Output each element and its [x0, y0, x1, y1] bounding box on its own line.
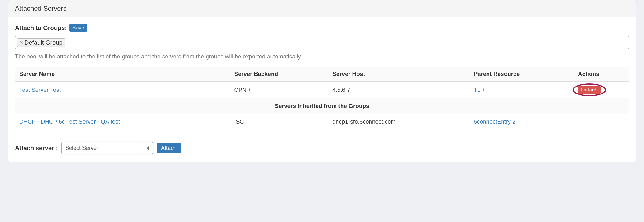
parent-resource-link[interactable]: 6connectEntry 2: [474, 118, 515, 125]
table-header-row: Server Name Server Backend Server Host P…: [15, 67, 629, 82]
server-backend-cell: CPNR: [230, 81, 328, 98]
col-header-host: Server Host: [328, 67, 469, 82]
attach-to-groups-label: Attach to Groups:: [15, 24, 67, 31]
attach-button[interactable]: Attach: [157, 143, 181, 153]
col-header-parent: Parent Resource: [469, 67, 574, 82]
col-header-backend: Server Backend: [230, 67, 328, 82]
server-name-link[interactable]: Test Server Test: [19, 87, 61, 93]
remove-group-icon[interactable]: ✕: [19, 40, 23, 45]
col-header-name: Server Name: [15, 67, 230, 82]
inherited-group-header-row: Servers inherited from the Groups: [15, 98, 629, 114]
server-name-link[interactable]: DHCP - DHCP 6c Test Server - QA test: [19, 118, 120, 125]
server-host-cell: 4.5.6.7: [328, 81, 469, 98]
servers-table: Server Name Server Backend Server Host P…: [15, 67, 629, 129]
save-button[interactable]: Save: [69, 24, 87, 32]
server-select[interactable]: Select Server: [61, 142, 153, 154]
detach-annotation: Detach: [578, 86, 601, 94]
table-row: Test Server Test CPNR 4.5.6.7 TLR Detach: [15, 81, 629, 98]
group-tag-default-group: ✕ Default Group: [17, 38, 65, 47]
groups-help-text: The pool will be attached to the list of…: [15, 53, 629, 60]
server-backend-cell: ISC: [230, 114, 328, 130]
col-header-actions: Actions: [574, 67, 629, 82]
group-tag-label: Default Group: [24, 39, 63, 46]
detach-button[interactable]: Detach: [578, 86, 601, 94]
attach-server-label: Attach server :: [15, 145, 58, 152]
panel-title: Attached Servers: [8, 0, 636, 17]
groups-tag-input[interactable]: ✕ Default Group: [15, 36, 629, 49]
attached-servers-panel: Attached Servers Attach to Groups: Save …: [8, 0, 636, 162]
parent-resource-link[interactable]: TLR: [474, 87, 485, 93]
table-row: DHCP - DHCP 6c Test Server - QA test ISC…: [15, 114, 629, 130]
server-host-cell: dhcp1-sfo.6connect.com: [328, 114, 469, 130]
panel-body: Attach to Groups: Save ✕ Default Group T…: [8, 17, 636, 162]
inherited-group-header: Servers inherited from the Groups: [15, 98, 629, 114]
